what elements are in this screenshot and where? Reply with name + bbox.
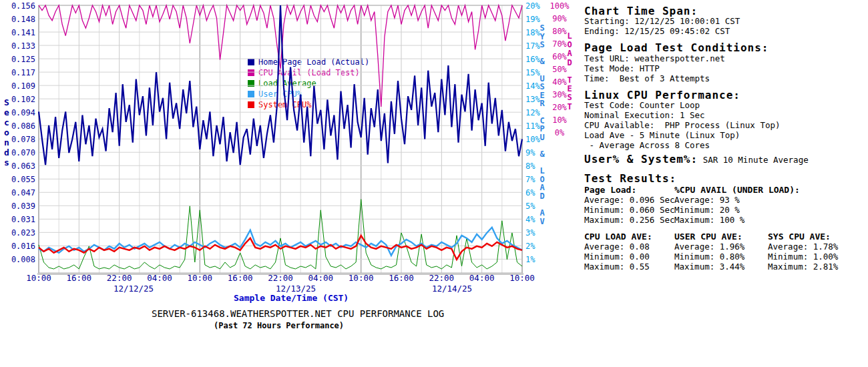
y-axis-tick-loadtest: 90% (552, 14, 567, 23)
x-axis-tick: 22:00 (107, 273, 132, 283)
y-axis-title-loadtest: E (567, 84, 572, 93)
y-axis-tick-loadtest: 70% (552, 39, 567, 49)
y-axis-tick-cpu: 3% (525, 228, 535, 238)
y-axis-tick-loadtest: 10% (552, 115, 567, 125)
info-line: Test Mode: HTTP (584, 63, 660, 73)
y-axis-tick-loadtest: 20% (552, 103, 567, 112)
metric-line: Average: 0.08 (584, 242, 650, 252)
y-axis-tick-cpu: 2% (525, 242, 535, 251)
metric-line: Minimum: 1.00% (768, 252, 838, 262)
y-axis-title-seconds: S (4, 97, 9, 107)
x-axis-tick: 16:00 (389, 273, 414, 283)
info-line: Load Ave - 5 Minute (Linux Top) (584, 130, 740, 140)
y-axis-tick-seconds: 0.016 (11, 242, 35, 251)
x-axis-tick: 10:00 (188, 273, 213, 283)
y-axis-title-cpu: R (539, 99, 545, 108)
y-axis-title-seconds: n (4, 137, 9, 147)
metric-header-page-load: Page Load: (584, 185, 636, 195)
y-axis-tick-seconds: 0.109 (11, 81, 35, 91)
y-axis-tick-cpu: 8% (525, 161, 535, 171)
y-axis-tick-cpu: 16% (525, 55, 540, 64)
chart-title: SERVER-613468.WEATHERSPOTTER.NET CPU PER… (152, 308, 444, 319)
x-axis-tick: 16:00 (67, 273, 92, 283)
info-line: Test Code: Counter Loop (584, 100, 700, 110)
info-line: CPU Available: PHP Process (Linux Top) (584, 120, 781, 130)
x-axis-tick: 16:00 (228, 273, 253, 283)
y-axis-tick-seconds: 0.070 (11, 148, 35, 157)
y-axis-tick-loadtest: 80% (552, 27, 567, 36)
y-axis-tick-seconds: 0.078 (11, 135, 35, 144)
x-axis-tick: 10:00 (509, 273, 535, 283)
y-axis-tick-cpu: 15% (525, 68, 540, 77)
metric-line: Maximum: 3.44% (674, 262, 744, 272)
info-line: Ending: 12/15/25 09:45:02 CST (584, 26, 730, 36)
y-axis-title-loadtest: T (567, 102, 572, 111)
y-axis-title-cpu: D (539, 192, 544, 201)
y-axis-tick-loadtest: 50% (552, 65, 567, 74)
y-axis-title-cpu: & (539, 149, 545, 159)
info-line: - Average Across 8 Cores (584, 140, 710, 150)
metric-line: Minimum: 0.80% (674, 252, 744, 262)
x-axis-title: Sample Date/Time (CST) (234, 293, 349, 303)
metric-line: Maximum: 0.256 Sec (584, 215, 674, 225)
metric-line: Maximum: 2.81% (768, 262, 838, 272)
chart-subtitle: (Past 72 Hours Performance) (214, 321, 344, 330)
info-line: Nominal Execution: 1 Sec (584, 110, 705, 120)
y-axis-title-loadtest: D (567, 58, 572, 67)
y-axis-tick-seconds: 0.156 (11, 1, 35, 11)
y-axis-title-loadtest: O (567, 40, 572, 49)
y-axis-tick-seconds: 0.055 (11, 175, 35, 184)
y-axis-tick-cpu: 1% (525, 255, 535, 264)
y-axis-tick-seconds: 0.133 (11, 41, 35, 51)
y-axis-tick-seconds: 0.102 (11, 95, 35, 104)
x-axis-date: 12/14/25 (432, 284, 472, 294)
y-axis-tick-cpu: 20% (525, 1, 540, 11)
y-axis-title-loadtest: L (567, 31, 572, 41)
metric-line: Maximum: 100 % (674, 215, 744, 225)
info-line: Test URL: weatherspotter.net (584, 53, 725, 63)
y-axis-tick-loadtest: 100% (550, 1, 570, 11)
y-axis-title-cpu: & (539, 57, 545, 66)
y-axis-tick-cpu: 12% (525, 108, 540, 117)
y-axis-tick-cpu: 17% (525, 41, 540, 51)
metric-header-cpu-load: CPU LOAD AVE: (584, 232, 652, 242)
y-axis-tick-cpu: 14% (525, 81, 540, 91)
user-system-note: SAR 10 Minute Average (698, 155, 809, 165)
y-axis-tick-loadtest: 0% (555, 128, 565, 137)
y-axis-tick-seconds: 0.094 (11, 108, 35, 117)
metric-line: Average: 0.096 Sec (584, 195, 674, 205)
x-axis-tick: 04:00 (147, 273, 172, 283)
x-axis-tick: 22:00 (268, 273, 293, 283)
y-axis-tick-cpu: 6% (525, 188, 535, 198)
y-axis-tick-cpu: 5% (525, 202, 535, 211)
section-header-test-results: Test Results: (584, 172, 676, 185)
y-axis-tick-cpu: 9% (525, 148, 535, 157)
metric-header-cpu-avail: %CPU AVAIL (UNDER LOAD): (674, 185, 800, 195)
y-axis-tick-cpu: 18% (525, 28, 540, 37)
y-axis-tick-seconds: 0.047 (11, 188, 35, 198)
y-axis-tick-loadtest: 30% (552, 90, 567, 99)
metric-line: Minimum: 20 % (674, 205, 740, 215)
y-axis-title-seconds: s (4, 157, 9, 167)
metric-line: Average: 1.78% (768, 242, 838, 252)
y-axis-tick-loadtest: 40% (552, 77, 567, 87)
x-axis-tick: 10:00 (349, 273, 374, 283)
y-axis-tick-seconds: 0.063 (11, 161, 35, 171)
y-axis-title-loadtest: S (567, 93, 572, 102)
x-axis-tick: 04:00 (308, 273, 334, 283)
y-axis-tick-seconds: 0.125 (11, 55, 35, 64)
y-axis-tick-seconds: 0.039 (11, 202, 35, 211)
metric-line: Minimum: 0.00 (584, 252, 650, 262)
y-axis-tick-seconds: 0.117 (11, 68, 35, 77)
y-axis-tick-cpu: 13% (525, 95, 540, 104)
y-axis-title-seconds: c (4, 117, 9, 127)
metric-line: Average: 93 % (674, 195, 740, 205)
metric-header-sys-cpu: SYS CPU AVE: (768, 232, 831, 242)
y-axis-tick-seconds: 0.031 (11, 215, 35, 224)
x-axis-tick: 10:00 (26, 273, 51, 283)
cpu-performance-report: Home Page Load (Actual)CPU Avail (Load T… (0, 0, 868, 367)
y-axis-title-seconds: e (4, 107, 9, 117)
x-axis-date: 12/12/25 (114, 284, 154, 294)
performance-chart: 0.1560.1480.1410.1330.1250.1170.1090.102… (0, 0, 581, 307)
y-axis-tick-cpu: 10% (525, 135, 540, 144)
